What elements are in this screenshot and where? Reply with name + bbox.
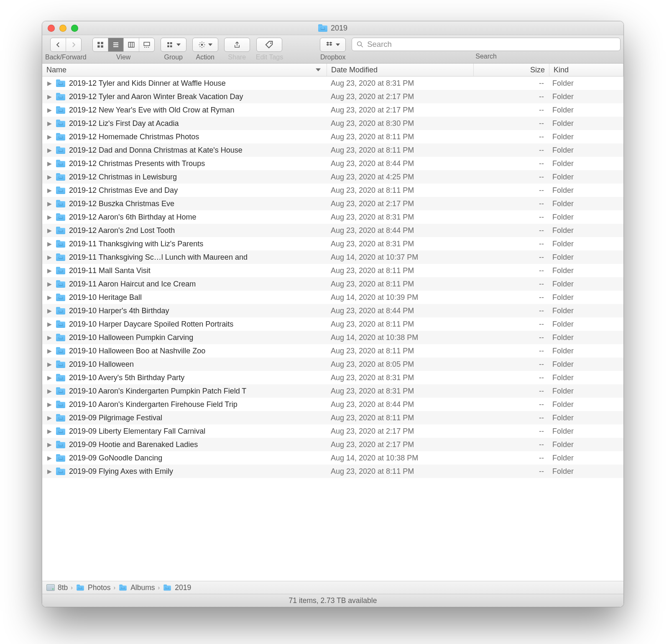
table-row[interactable]: ▶2019-10 Harper Daycare Spoiled Rotten P… [42,317,623,331]
item-size: -- [473,213,548,222]
breadcrumb[interactable]: Photos [76,583,110,592]
folder-icon [56,200,65,207]
table-row[interactable]: ▶2019-11 Mall Santa VisitAug 23, 2020 at… [42,264,623,277]
disclosure-triangle-icon[interactable]: ▶ [46,388,52,394]
disclosure-triangle-icon[interactable]: ▶ [46,294,52,301]
view-columns-button[interactable] [124,38,139,51]
table-row[interactable]: ▶2019-10 Halloween Pumpkin CarvingAug 14… [42,331,623,344]
disclosure-triangle-icon[interactable]: ▶ [46,281,52,287]
disclosure-triangle-icon[interactable]: ▶ [46,401,52,408]
table-row[interactable]: ▶2019-09 Hootie and Barenaked LadiesAug … [42,438,623,451]
column-kind[interactable]: Kind [549,64,623,76]
disclosure-triangle-icon[interactable]: ▶ [46,468,52,475]
folder-icon [56,267,65,274]
table-row[interactable]: ▶2019-12 Dad and Donna Christmas at Kate… [42,143,623,157]
table-row[interactable]: ▶2019-10 Aaron's Kindergarten Firehouse … [42,398,623,411]
table-row[interactable]: ▶2019-09 Pilgrimage FestivalAug 23, 2020… [42,411,623,424]
table-row[interactable]: ▶2019-09 GoNoodle DancingAug 14, 2020 at… [42,451,623,465]
item-name: 2019-10 Halloween Boo at Nashville Zoo [69,347,205,355]
table-row[interactable]: ▶2019-10 Aaron's Kindergarten Pumpkin Pa… [42,384,623,398]
table-row[interactable]: ▶2019-11 Thanksgiving with Liz's Parents… [42,237,623,250]
breadcrumb[interactable]: Albums [118,583,155,592]
disclosure-triangle-icon[interactable]: ▶ [46,147,52,153]
view-group: View [92,38,155,63]
table-row[interactable]: ▶2019-12 Christmas Eve and DayAug 23, 20… [42,184,623,197]
table-row[interactable]: ▶2019-12 Aaron's 6th Birthday at HomeAug… [42,210,623,224]
item-size: -- [473,159,548,168]
disclosure-triangle-icon[interactable]: ▶ [46,93,52,100]
table-row[interactable]: ▶2019-12 Homemade Christmas PhotosAug 23… [42,130,623,143]
table-row[interactable]: ▶2019-12 Christmas in LewisburgAug 23, 2… [42,170,623,184]
disclosure-triangle-icon[interactable]: ▶ [46,334,52,341]
disclosure-triangle-icon[interactable]: ▶ [46,200,52,207]
table-row[interactable]: ▶2019-12 Aaron's 2nd Lost ToothAug 23, 2… [42,224,623,237]
item-kind: Folder [548,106,623,115]
item-kind: Folder [548,360,623,369]
item-date: Aug 23, 2020 at 8:11 PM [327,266,473,275]
table-row[interactable]: ▶2019-10 HalloweenAug 23, 2020 at 8:05 P… [42,358,623,371]
file-list[interactable]: ▶2019-12 Tyler and Kids Dinner at Waffle… [42,77,623,581]
item-name: 2019-12 Christmas in Lewisburg [69,173,177,181]
table-row[interactable]: ▶2019-12 Christmas Presents with TroupsA… [42,157,623,170]
disclosure-triangle-icon[interactable]: ▶ [46,174,52,180]
edit-tags-button[interactable] [256,38,282,52]
disclosure-triangle-icon[interactable]: ▶ [46,107,52,113]
back-button[interactable] [51,38,66,51]
disclosure-triangle-icon[interactable]: ▶ [46,361,52,368]
column-date-modified[interactable]: Date Modified [327,64,474,76]
disclosure-triangle-icon[interactable]: ▶ [46,348,52,354]
table-row[interactable]: ▶2019-10 Heritage BallAug 14, 2020 at 10… [42,291,623,304]
table-row[interactable]: ▶2019-12 Buszka Christmas EveAug 23, 202… [42,197,623,210]
table-row[interactable]: ▶2019-12 New Year's Eve with Old Crow at… [42,103,623,117]
disclosure-triangle-icon[interactable]: ▶ [46,455,52,461]
table-row[interactable]: ▶2019-10 Avery's 5th Birthday PartyAug 2… [42,371,623,384]
item-name: 2019-11 Aaron Haircut and Ice Cream [69,280,196,289]
chevron-left-icon [54,41,62,49]
table-row[interactable]: ▶2019-10 Harper's 4th BirthdayAug 23, 20… [42,304,623,317]
disclosure-triangle-icon[interactable]: ▶ [46,428,52,434]
table-row[interactable]: ▶2019-12 Tyler and Kids Dinner at Waffle… [42,77,623,90]
table-row[interactable]: ▶2019-10 Halloween Boo at Nashville ZooA… [42,344,623,358]
item-size: -- [473,119,548,128]
share-button[interactable] [224,38,250,52]
disclosure-triangle-icon[interactable]: ▶ [46,414,52,421]
table-row[interactable]: ▶2019-09 Liberty Elementary Fall Carniva… [42,424,623,438]
item-date: Aug 23, 2020 at 2:17 PM [327,92,473,101]
group-button[interactable] [161,38,186,52]
table-row[interactable]: ▶2019-12 Tyler and Aaron Winter Break Va… [42,90,623,103]
dropbox-button[interactable] [320,38,346,52]
table-row[interactable]: ▶2019-11 Aaron Haircut and Ice CreamAug … [42,277,623,291]
disclosure-triangle-icon[interactable]: ▶ [46,254,52,261]
disclosure-triangle-icon[interactable]: ▶ [46,267,52,274]
disclosure-triangle-icon[interactable]: ▶ [46,321,52,327]
column-size[interactable]: Size [474,64,549,76]
disclosure-triangle-icon[interactable]: ▶ [46,307,52,314]
disclosure-triangle-icon[interactable]: ▶ [46,214,52,220]
disclosure-triangle-icon[interactable]: ▶ [46,133,52,140]
column-name[interactable]: Name [42,64,327,76]
view-icons-button[interactable] [93,38,108,51]
breadcrumb[interactable]: 2019 [163,583,191,592]
action-button[interactable] [192,38,218,52]
disclosure-triangle-icon[interactable]: ▶ [46,441,52,448]
disclosure-triangle-icon[interactable]: ▶ [46,120,52,127]
item-kind: Folder [548,440,623,449]
disclosure-triangle-icon[interactable]: ▶ [46,80,52,87]
forward-button[interactable] [66,38,81,51]
item-date: Aug 23, 2020 at 2:17 PM [327,440,473,449]
view-gallery-button[interactable] [139,38,154,51]
view-list-button[interactable] [108,38,124,51]
disclosure-triangle-icon[interactable]: ▶ [46,160,52,167]
disclosure-triangle-icon[interactable]: ▶ [46,374,52,381]
disclosure-triangle-icon[interactable]: ▶ [46,187,52,194]
table-row[interactable]: ▶2019-12 Liz's First Day at AcadiaAug 23… [42,117,623,130]
item-kind: Folder [548,240,623,248]
table-row[interactable]: ▶2019-09 Flying Axes with EmilyAug 23, 2… [42,465,623,478]
breadcrumb[interactable]: 8tb [46,583,68,592]
disclosure-triangle-icon[interactable]: ▶ [46,227,52,234]
item-kind: Folder [548,347,623,355]
disclosure-triangle-icon[interactable]: ▶ [46,240,52,247]
item-kind: Folder [548,400,623,409]
search-input[interactable]: Search [352,38,620,51]
table-row[interactable]: ▶2019-11 Thanksgiving Sc…l Lunch with Ma… [42,250,623,264]
